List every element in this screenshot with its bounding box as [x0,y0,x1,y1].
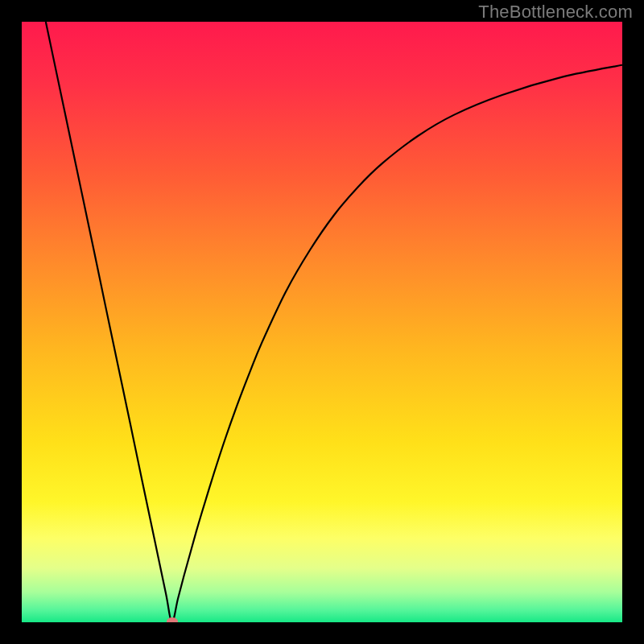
minimum-marker [167,617,178,622]
bottleneck-curve [22,22,622,622]
watermark-text: TheBottleneck.com [478,2,633,23]
chart-frame: TheBottleneck.com [0,0,644,644]
plot-area [22,22,622,622]
